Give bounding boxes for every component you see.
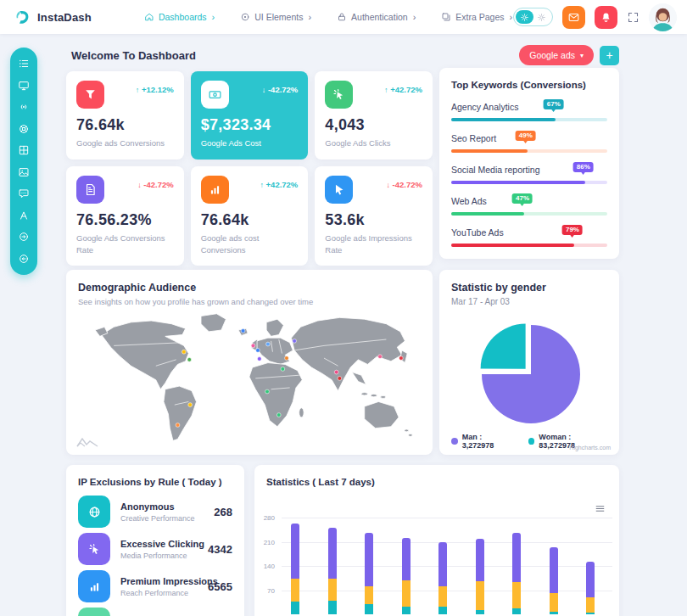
theme-light-icon[interactable] — [516, 10, 533, 24]
stat-label: Google ads Conversions — [76, 137, 174, 149]
keyword-label: Agency Analytics — [451, 102, 607, 112]
chevron-right-icon: › — [510, 12, 513, 22]
bar-6-teal — [512, 608, 521, 614]
stat-value: 76.64k — [76, 116, 174, 134]
notifications-button[interactable] — [595, 6, 617, 29]
bar-chart-icon — [201, 176, 229, 204]
mouse-pointer-icon — [325, 176, 353, 204]
bar-7-yellow — [550, 593, 558, 612]
keyword-progress-bar — [451, 181, 607, 184]
user-avatar[interactable] — [649, 3, 677, 31]
bar-0-teal — [291, 602, 299, 614]
bar-7-purple — [550, 547, 558, 592]
legend-dot — [528, 438, 535, 445]
bar-8-yellow — [586, 597, 595, 613]
sidebar-item-sign-out[interactable] — [18, 253, 30, 265]
gender-stats-panel: Statistic by gender Mar 17 - Apr 03 Man … — [439, 270, 619, 455]
delta-value: -42.72% — [393, 180, 422, 189]
map-marker — [251, 344, 255, 348]
ip-rule-row-partial — [78, 608, 232, 616]
gender-stats-title: Statistic by gender — [451, 282, 607, 294]
fullscreen-button[interactable] — [627, 11, 640, 24]
legend-item-0[interactable]: Man : 3,272978 — [451, 433, 515, 450]
delta-badge: ↑ +12.12% — [136, 85, 174, 94]
sidebar-item-grid[interactable] — [18, 144, 30, 156]
delta-value: +12.12% — [142, 85, 174, 94]
theme-toggle[interactable] — [513, 8, 553, 26]
add-button[interactable]: + — [600, 46, 619, 65]
statistics-bar-chart[interactable]: 28021014070 — [254, 465, 619, 616]
nav-menu-extra-pages[interactable]: Extra Pages› — [441, 12, 512, 22]
filter-button-label: Google ads — [529, 50, 575, 60]
bar-4-yellow — [438, 586, 447, 607]
gridline — [282, 518, 612, 518]
ip-rule-row-excessive-clicking: Excessive Clicking Media Performance 434… — [78, 533, 232, 565]
map-marker — [285, 356, 289, 361]
trend-arrow-icon: ↓ — [386, 181, 390, 189]
gallery-icon — [18, 166, 30, 178]
nav-menu-authentication[interactable]: Authentication› — [337, 12, 416, 22]
stat-cards-grid: ↑ +12.12% 76.64k Google ads Conversions … — [66, 71, 433, 266]
bar-6-yellow — [512, 582, 521, 608]
sidebar-item-typography[interactable] — [18, 210, 30, 221]
sidebar-item-gallery[interactable] — [18, 166, 30, 178]
grid-icon — [18, 144, 30, 156]
stat-card-google-ads-clicks: ↑ +42.72% 4,043 Google Ads Clicks — [315, 71, 433, 160]
chart-credit: Highcharts.com — [569, 445, 611, 451]
world-map[interactable] — [90, 311, 421, 444]
ip-rule-count: 4342 — [208, 543, 232, 556]
messages-button[interactable] — [562, 6, 585, 29]
gender-pie-chart[interactable] — [470, 313, 589, 428]
bar-3-purple — [402, 538, 411, 580]
bar-chart-icon — [78, 570, 110, 602]
keyword-percent-badge: 49% — [516, 131, 536, 141]
nav-menu-label: Authentication — [351, 12, 408, 22]
pie-slice-woman[interactable] — [481, 324, 526, 369]
stat-label: Google ads Impressions Rate — [325, 232, 422, 256]
sidebar-item-monitor[interactable] — [18, 80, 30, 92]
sidebar-item-wireless[interactable] — [18, 101, 30, 113]
bar-8-teal — [586, 613, 595, 614]
click-icon — [78, 533, 110, 565]
brand[interactable]: InstaDash — [14, 8, 92, 26]
nav-menu-label: Dashboards — [159, 12, 207, 22]
bell-icon — [600, 11, 612, 24]
stat-value: $7,323.34 — [201, 116, 299, 134]
sign-out-icon — [18, 253, 30, 265]
page-title: Welcome To Dashboard — [71, 49, 196, 62]
stat-label: Google ads cost Conversions — [201, 232, 299, 256]
y-axis-tick: 280 — [254, 514, 275, 522]
map-marker — [276, 413, 281, 417]
map-marker — [265, 389, 270, 394]
monitor-icon — [18, 80, 30, 92]
nav-menu-dashboards[interactable]: Dashboards› — [144, 12, 215, 22]
typography-icon — [18, 210, 30, 221]
fullscreen-icon — [627, 11, 640, 24]
sidebar-item-list[interactable] — [18, 58, 30, 70]
keyword-label: YouTube Ads — [451, 227, 607, 238]
sidebar-item-sign-in[interactable] — [18, 231, 30, 243]
stat-card-google-ads-impressions-rate: ↓ -42.72% 53.6k Google ads Impressions R… — [315, 166, 433, 266]
bar-2-teal — [365, 604, 373, 614]
keyword-list: Agency Analytics 67%Seo Report 49%Social… — [451, 102, 607, 247]
map-marker — [187, 358, 192, 362]
nav-menu-ui-elements[interactable]: UI Elements› — [240, 12, 311, 22]
lifebuoy-icon — [18, 123, 30, 135]
stat-value: 76.64k — [201, 211, 299, 229]
bar-4-purple — [438, 542, 447, 586]
sidebar-item-lifebuoy[interactable] — [18, 123, 30, 135]
extra-pages-icon — [441, 12, 451, 22]
map-marker — [182, 350, 186, 354]
legend-dot — [451, 438, 458, 445]
keyword-progress-bar — [451, 149, 607, 153]
sidebar-item-chat[interactable] — [18, 188, 30, 199]
list-icon — [18, 58, 30, 70]
keyword-progress-bar — [451, 212, 607, 216]
top-keywords-title: Top Keywords (Conversions) — [451, 80, 607, 90]
google-ads-filter-button[interactable]: Google ads ▾ — [519, 45, 594, 65]
demographic-panel: Demographic Audience See insights on how… — [66, 270, 433, 455]
delta-badge: ↓ -42.72% — [137, 180, 174, 189]
map-marker — [176, 423, 180, 428]
stat-card-google-ads-conversions-rate: ↓ -42.72% 76.56.23% Google Ads Conversio… — [66, 166, 184, 266]
theme-dark-icon[interactable] — [533, 10, 551, 24]
